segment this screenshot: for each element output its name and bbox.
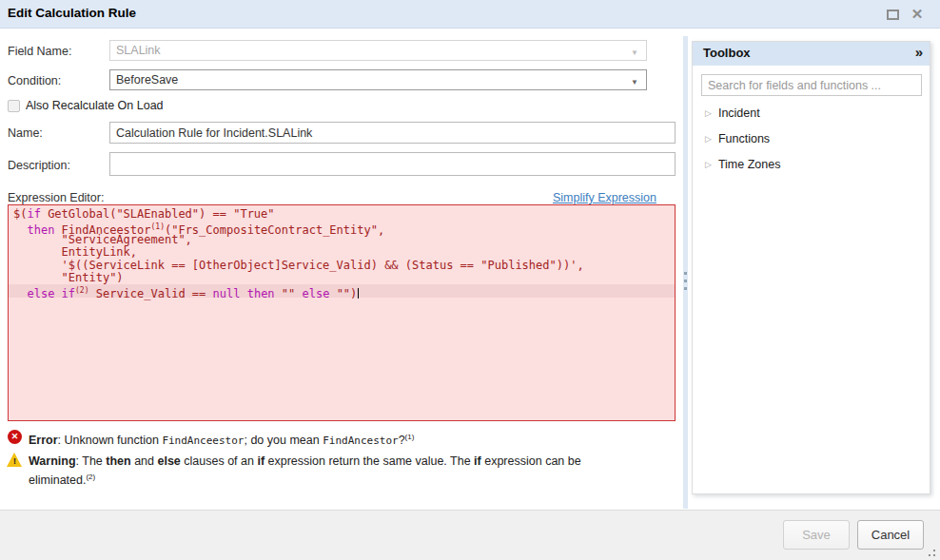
maximize-icon	[887, 10, 899, 20]
warning-message: Warning: The then and else clauses of an…	[29, 454, 581, 488]
description-label: Description:	[8, 159, 70, 172]
splitter-grip[interactable]	[684, 272, 687, 295]
code-line: else if(2) Service_Valid == null then ""…	[9, 284, 675, 297]
toolbox-title: Toolbox	[703, 46, 751, 60]
code-line: "Entity")	[9, 272, 675, 284]
text-cursor	[358, 288, 359, 299]
tree-item-time-zones[interactable]: ▷Time Zones	[693, 153, 930, 179]
code-line: $(if GetGlobal("SLAEnabled") == "True"	[9, 208, 675, 221]
name-label: Name:	[8, 126, 43, 140]
recalculate-label: Also Recalculate On Load	[26, 99, 164, 112]
tree-item-functions[interactable]: ▷Functions	[693, 127, 930, 153]
toolbox-search-input[interactable]	[701, 74, 922, 96]
condition-dropdown[interactable]: BeforeSave ▼	[109, 69, 647, 90]
field-name-dropdown[interactable]: SLALink ▼	[109, 40, 647, 61]
dropdown-arrow-icon: ▼	[631, 48, 638, 57]
error-message: Error: Unknown function FindAnceestor; d…	[29, 430, 414, 450]
condition-value: BeforeSave	[116, 73, 178, 87]
field-name-value: SLALink	[116, 44, 161, 57]
maximize-button[interactable]	[885, 8, 901, 22]
simplify-expression-link[interactable]: Simplify Expression	[553, 191, 656, 204]
tree-expander-icon[interactable]: ▷	[705, 134, 712, 144]
tree-expander-icon[interactable]: ▷	[705, 108, 712, 118]
close-icon[interactable]: ✕	[910, 7, 925, 22]
tree-item-label: Incident	[718, 106, 760, 120]
cancel-button[interactable]: Cancel	[857, 520, 924, 550]
name-input[interactable]	[109, 122, 676, 144]
save-button[interactable]: Save	[783, 520, 850, 550]
dropdown-arrow-icon: ▼	[631, 78, 638, 87]
tree-expander-icon[interactable]: ▷	[705, 160, 712, 169]
resize-grip[interactable]	[926, 547, 936, 557]
dialog-title: Edit Calculation Rule	[8, 6, 136, 20]
toolbox-tree: ▷Incident▷Functions▷Time Zones	[693, 102, 930, 179]
recalculate-checkbox[interactable]	[8, 100, 20, 112]
error-icon: ✕	[8, 430, 22, 444]
double-chevron-right-icon[interactable]: »	[915, 44, 921, 60]
tree-item-label: Functions	[718, 132, 770, 145]
field-name-label: Field Name:	[8, 45, 71, 58]
condition-label: Condition:	[8, 74, 61, 87]
toolbox-panel: Toolbox » ▷Incident▷Functions▷Time Zones	[692, 41, 930, 494]
panel-splitter[interactable]	[683, 36, 688, 509]
code-line: then FindAnceestor(1)("Frs_CompositeCont…	[9, 221, 675, 233]
code-line: EntityLink,	[9, 246, 675, 259]
expression-editor-label: Expression Editor:	[8, 191, 104, 204]
footer-bar: Save Cancel	[0, 510, 940, 560]
code-line: '$((ServiceLink == [OtherObject]Service_…	[9, 260, 675, 272]
expression-editor[interactable]: $(if GetGlobal("SLAEnabled") == "True" t…	[8, 204, 676, 421]
toolbox-header: Toolbox »	[693, 42, 930, 66]
description-input[interactable]	[109, 152, 676, 176]
warning-icon: !	[7, 453, 23, 467]
tree-item-label: Time Zones	[718, 158, 781, 171]
dialog-title-bar: Edit Calculation Rule ✕	[0, 0, 940, 29]
tree-item-incident[interactable]: ▷Incident	[693, 102, 930, 127]
